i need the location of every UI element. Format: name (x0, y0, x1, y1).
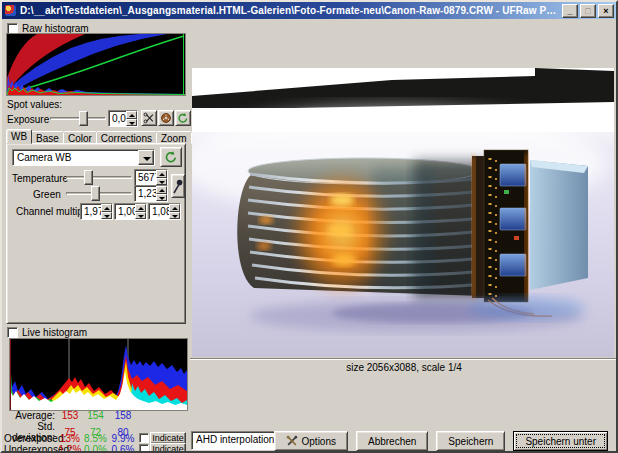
window-title: D:\__akr\Testdateien\_Ausgangsmaterial.H… (20, 5, 562, 16)
title-bar[interactable]: D:\__akr\Testdateien\_Ausgangsmaterial.H… (2, 2, 616, 19)
multiplier-blue-spinbox[interactable]: 1,08 (148, 203, 181, 220)
spin-up-icon[interactable] (101, 204, 112, 212)
temperature-label: Temperature (12, 173, 68, 184)
spin-down-icon[interactable] (135, 212, 146, 220)
reset-wb-button[interactable] (160, 147, 182, 167)
save-as-button[interactable]: Speichern unter (513, 431, 608, 451)
spin-down-icon[interactable] (126, 119, 137, 127)
preview-status: size 2056x3088, scale 1/4 (190, 362, 618, 373)
live-histogram (9, 338, 188, 411)
cancel-button[interactable]: Abbrechen (356, 431, 428, 451)
reset-exposure-button[interactable] (175, 110, 191, 126)
preview-image[interactable] (192, 68, 614, 357)
raw-histogram (6, 33, 186, 96)
app-icon (5, 5, 16, 16)
temperature-spinbox[interactable]: 5677 (134, 169, 168, 186)
live-histogram-plot (10, 339, 187, 410)
spot-values-label: Spot values: (7, 99, 62, 110)
spin-up-icon[interactable] (126, 111, 137, 119)
multiplier-red-spinbox[interactable]: 1,97 (80, 203, 113, 220)
spin-down-icon[interactable] (156, 178, 167, 186)
chevron-down-icon[interactable] (138, 150, 154, 165)
raw-histogram-plot (7, 34, 185, 95)
green-label: Green (33, 189, 61, 200)
temperature-slider[interactable] (66, 170, 132, 185)
multiplier-green-spinbox[interactable]: 1,00 (114, 203, 147, 220)
status-separator (190, 358, 618, 360)
spin-up-icon[interactable] (156, 170, 167, 178)
spin-down-icon[interactable] (169, 212, 180, 220)
stats-row-underexposed: Underexposed: 1.2% 0.0% 0.6% Indicate (4, 443, 186, 453)
refresh-icon (164, 150, 178, 164)
live-histogram-checkbox[interactable] (7, 327, 18, 338)
exposure-label: Exposure (7, 114, 49, 125)
stats-row-overexposed: Overexposed: 13% 8.5% 9.9% Indicate (4, 432, 186, 443)
stats-row-average: Average: 153 154 158 (4, 410, 186, 421)
spin-up-icon[interactable] (169, 204, 180, 212)
spin-down-icon[interactable] (156, 194, 167, 202)
live-histogram-label: Live histogram (22, 327, 87, 338)
refresh-icon (177, 112, 189, 124)
ufraw-window: D:\__akr\Testdateien\_Ausgangsmaterial.H… (0, 0, 618, 453)
green-slider[interactable] (66, 186, 132, 201)
indicate-underexposed-checkbox[interactable] (139, 444, 149, 453)
scissors-icon (143, 112, 155, 124)
settings-tabs: WB Base Color Corrections Zoom EXIF (6, 129, 222, 144)
spin-down-icon[interactable] (101, 212, 112, 220)
spin-up-icon[interactable] (156, 186, 167, 194)
indicate-overexposed-checkbox[interactable] (139, 433, 149, 443)
close-button[interactable]: × (598, 4, 614, 18)
restore-highlights-button[interactable] (158, 110, 174, 126)
spot-wb-button[interactable] (171, 174, 185, 198)
tab-wb[interactable]: WB (6, 129, 32, 144)
minimize-button[interactable]: _ (562, 4, 578, 18)
tools-icon (286, 435, 298, 447)
wb-preset-combobox[interactable]: Camera WB (12, 149, 155, 166)
clip-highlights-button[interactable] (141, 110, 157, 126)
exposure-spinbox[interactable]: 0,00 (108, 110, 138, 127)
film-icon (160, 112, 172, 124)
options-button[interactable]: Options (274, 431, 348, 451)
exposure-slider[interactable] (50, 111, 106, 126)
maximize-button[interactable]: □ (580, 4, 596, 18)
save-button[interactable]: Speichern (436, 431, 505, 451)
spin-up-icon[interactable] (135, 204, 146, 212)
indicate-underexposed-button[interactable]: Indicate (150, 443, 186, 453)
stats-row-std-deviation: Std. deviation: 75 72 80 (4, 421, 186, 432)
eyedropper-icon (173, 178, 183, 194)
green-spinbox[interactable]: 1,23 (134, 185, 168, 202)
action-buttons: Options Abbrechen Speichern Speichern un… (274, 431, 608, 451)
